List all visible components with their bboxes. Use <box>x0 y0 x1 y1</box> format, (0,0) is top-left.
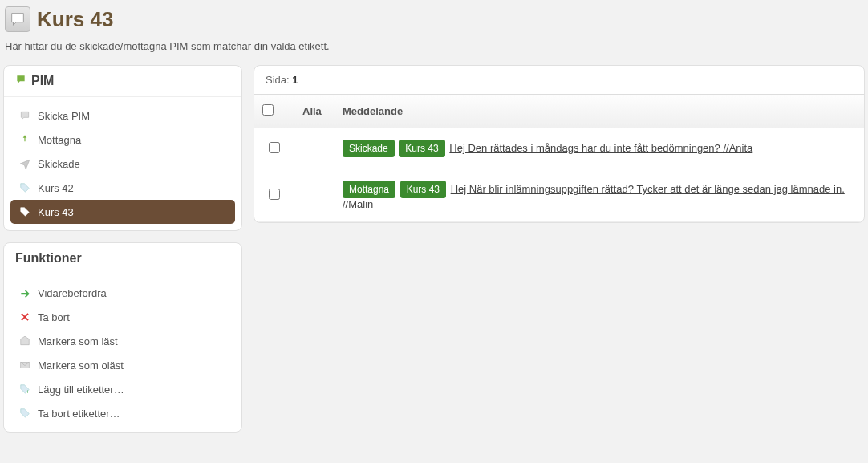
function-item-delete[interactable]: Ta bort <box>10 305 235 329</box>
sort-message-link[interactable]: Meddelande <box>343 105 403 117</box>
compose-icon <box>18 109 31 122</box>
forward-icon <box>18 286 31 299</box>
page-header: Kurs 43 <box>3 3 865 40</box>
row-spacer <box>294 128 335 169</box>
function-item-unread[interactable]: Markera som oläst <box>10 353 235 377</box>
sidebar-item-label: Mottagna <box>38 134 81 146</box>
sidebar-item-skicka-pim[interactable]: Skicka PIM <box>10 104 235 128</box>
sidebar-item-kurs-43[interactable]: Kurs 43 <box>10 200 235 224</box>
row-message-cell: Mottagna Kurs 43 Hej När blir inlämnings… <box>335 169 864 222</box>
sidebar-item-label: Skickade <box>38 158 80 170</box>
sidebar-item-label: Kurs 43 <box>38 206 74 218</box>
function-item-label: Ta bort <box>38 311 70 323</box>
header-all: Alla <box>294 95 335 128</box>
function-item-tag-remove[interactable]: Ta bort etiketter… <box>10 401 235 425</box>
row-message-cell: Skickade Kurs 43 Hej Den rättades i månd… <box>335 128 864 169</box>
row-checkbox-cell <box>254 128 294 169</box>
row-checkbox-cell <box>254 169 294 222</box>
function-item-read[interactable]: Markera som läst <box>10 329 235 353</box>
message-panel: Sida: 1 Alla Meddelande Skickade Kurs <box>254 65 865 223</box>
chat-icon <box>5 6 30 32</box>
pager-prefix: Sida: <box>266 74 290 86</box>
sidebar-item-label: Skicka PIM <box>38 110 90 122</box>
pim-panel-title: PIM <box>31 74 54 88</box>
page-subtitle: Här hittar du de skickade/mottagna PIM s… <box>3 40 865 65</box>
select-all-checkbox[interactable] <box>262 104 274 116</box>
table-row: Mottagna Kurs 43 Hej När blir inlämnings… <box>254 169 864 222</box>
sent-icon <box>18 157 31 170</box>
function-item-tag-add[interactable]: +Lägg till etiketter… <box>10 377 235 401</box>
page-title: Kurs 43 <box>37 7 113 32</box>
message-link[interactable]: Hej Den rättades i måndags har du inte f… <box>449 142 752 154</box>
pim-panel: PIM Skicka PIMMottagnaSkickadeKurs 42Kur… <box>3 65 242 231</box>
row-spacer <box>294 169 335 222</box>
sidebar-item-label: Kurs 42 <box>38 182 74 194</box>
tag-remove-icon <box>18 407 31 420</box>
tag-icon <box>18 205 31 218</box>
row-checkbox[interactable] <box>269 189 280 200</box>
badge-mottagna: Mottagna <box>343 181 395 198</box>
message-table: Alla Meddelande Skickade Kurs 43 Hej Den… <box>254 94 864 222</box>
function-item-label: Vidarebefordra <box>38 287 107 299</box>
functions-panel-header: Funktioner <box>4 243 241 274</box>
function-item-label: Lägg till etiketter… <box>38 384 124 396</box>
pim-icon <box>15 74 26 88</box>
badge-kurs 43: Kurs 43 <box>399 140 444 157</box>
sidebar-item-skickade[interactable]: Skickade <box>10 152 235 176</box>
functions-panel: Funktioner VidarebefordraTa bortMarkera … <box>3 242 242 433</box>
delete-icon <box>18 311 31 323</box>
tag-add-icon: + <box>18 383 31 396</box>
pim-panel-header: PIM <box>4 66 241 97</box>
function-item-label: Markera som oläst <box>38 359 124 372</box>
sidebar-item-kurs-42[interactable]: Kurs 42 <box>10 176 235 200</box>
badge-skickade: Skickade <box>343 140 395 157</box>
function-item-label: Ta bort etiketter… <box>38 408 120 420</box>
row-checkbox[interactable] <box>269 142 280 153</box>
inbox-icon <box>18 133 31 146</box>
badge-kurs 43: Kurs 43 <box>400 181 446 198</box>
tag-icon <box>18 181 31 194</box>
table-row: Skickade Kurs 43 Hej Den rättades i månd… <box>254 128 864 169</box>
header-message[interactable]: Meddelande <box>335 95 864 128</box>
svg-text:+: + <box>26 389 29 395</box>
unread-icon <box>18 359 31 372</box>
pager: Sida: 1 <box>254 66 864 94</box>
read-icon <box>18 335 31 347</box>
function-item-forward[interactable]: Vidarebefordra <box>10 281 235 305</box>
sidebar-item-mottagna[interactable]: Mottagna <box>10 128 235 152</box>
header-checkbox-cell <box>254 95 294 128</box>
function-item-label: Markera som läst <box>38 335 118 347</box>
functions-panel-title: Funktioner <box>15 251 82 266</box>
pager-current: 1 <box>292 74 298 86</box>
